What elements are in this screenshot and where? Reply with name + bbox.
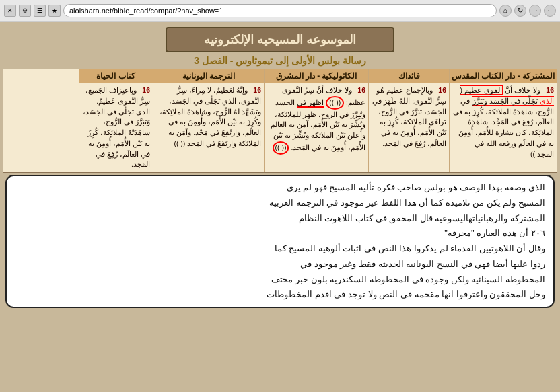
greek-text-content: وإنَّهُ لعَظيمٌ، لا مِراءَ، سِرُّ التَّق… [160,86,261,147]
col-shared: المشتركة - دار الكتاب المقدس 16 ولا خلاف… [449,69,557,172]
url-bar[interactable] [63,4,497,17]
title-text: الموسوعه المسيحيه الإلكترونيه [204,33,356,46]
col-greek-header: الترجمة اليونانية [153,69,264,83]
refresh-button[interactable]: ↻ [514,5,526,17]
annotation-line4: ٢٠٦ أن هذه العباره "محرفه" [15,226,545,241]
subtitle: رسالة بولس الأولى إلى تيموثاوس - الفصل 3 [3,55,557,66]
col-faida-text: 16 وبالإجماع عظيم هُو سِرُّ التَّقوى: ال… [372,85,446,149]
col-catholic-text: 16 ولا خلاف أنَّ سِرَّ التَّقوى عظيم: ((… [267,85,365,155]
col-life-text: 16 وبِاعتِرَاف الجَميع، سِرُّ التَّقوى ع… [81,85,150,170]
catholic-text-content: ولا خلاف أنَّ سِرَّ التَّقوى عظيم: (( ))… [271,86,365,151]
col-life: كتاب الحياة 16 وبِاعتِرَاف الجَميع، سِرُ… [79,69,153,172]
life-text-content: وبِاعتِرَاف الجَميع، سِرُّ التَّقوى عَظي… [83,86,150,168]
annotation-line4-text: ٢٠٦ أن هذه العباره "محرفه" [444,228,545,238]
annotation-line2: المسيح ولم يكن من تلاميذه كما أن هذا الل… [15,196,545,211]
annotation-line1: الذي وصفه بهذا الوصف هو بولس صاحب فكره ت… [15,180,545,196]
annotation-line6: ردوا عليها أيضا فهي في النسخ اليونانيه ا… [15,257,545,272]
menu-icon[interactable]: ☰ [34,5,46,17]
verse-num-life: 16 [142,86,150,94]
annotation-line5: وقال أن اللاهوتيين القدماء لم يذكروا هذا… [15,241,545,257]
verse-num-faida: 16 [438,86,446,94]
title-banner: الموسوعه المسيحيه الإلكترونيه [166,27,394,52]
col-catholic: الكاثوليكية - دار المشرق 16 ولا خلاف أنَ… [264,69,368,172]
annotation-line7: المخطوطه السينائيه ولكن وجوده في المخطوط… [15,272,545,288]
faida-text-content: وبالإجماع عظيم هُو سِرُّ التَّقوى: اللهُ… [372,86,446,147]
settings-icon[interactable]: ⚙ [19,5,31,17]
col-faida: فائداك 16 وبالإجماع عظيم هُو سِرُّ التَّ… [368,69,449,172]
bookmark-icon[interactable]: ★ [48,5,61,17]
page-content: الموسوعه المسيحيه الإلكترونيه رسالة بولس… [0,22,560,392]
bible-comparison-table: المشتركة - دار الكتاب المقدس 16 ولا خلاف… [3,69,557,173]
annotation-box: الذي وصفه بهذا الوصف هو بولس صاحب فكره ت… [5,175,555,308]
close-icon[interactable]: ✕ [4,5,16,17]
col-faida-header: فائداك [369,69,449,83]
annotation-line3: المشتركه والرهبانياتهاليسوعيه قال المحقق… [15,211,545,227]
col-greek: الترجمة اليونانية 16 وإنَّهُ لعَظيمٌ، لا… [153,69,264,172]
col-shared-text: 16 ولا خلاف أنَّ القوى عظيم ( الذي تَجَل… [452,85,554,159]
browser-chrome: ← → ↻ ⌂ ★ ☰ ⚙ ✕ [0,0,560,22]
annotation-line8: وحل المحققون واعترفوا انها مقحمه في النص… [15,287,545,303]
back-button[interactable]: ← [544,5,556,17]
shared-text-content: ولا خلاف أنَّ القوى عظيم ( الذي تَجَلَّى… [453,85,554,158]
col-catholic-header: الكاثوليكية - دار المشرق [265,69,368,83]
forward-button[interactable]: → [529,5,541,17]
col-greek-text: 16 وإنَّهُ لعَظيمٌ، لا مِراءَ، سِرُّ الت… [156,85,261,149]
verse-num-greek: 16 [253,86,261,94]
verse-num-catholic: 16 [357,86,365,94]
col-life-header: كتاب الحياة [79,69,153,83]
home-button[interactable]: ⌂ [499,5,512,17]
verse-num-shared: 16 [546,86,554,94]
col-shared-header: المشتركة - دار الكتاب المقدس [450,69,557,83]
